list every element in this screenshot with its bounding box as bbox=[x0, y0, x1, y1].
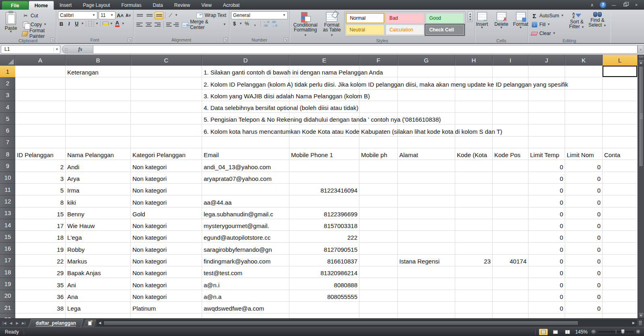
cell-C10[interactable]: Non kategori bbox=[131, 172, 202, 184]
row-header-1[interactable]: 1 bbox=[0, 66, 15, 77]
cell-J9[interactable]: 0 bbox=[528, 160, 565, 172]
cell-B2[interactable] bbox=[66, 77, 131, 89]
tab-page-layout[interactable]: Page Layout bbox=[77, 1, 116, 10]
cell-C9[interactable]: Non kategori bbox=[131, 160, 202, 172]
scroll-down-icon[interactable]: ▼ bbox=[638, 312, 644, 318]
comma-format-button[interactable]: , bbox=[252, 21, 258, 27]
font-family-select[interactable]: Calibri▼ bbox=[58, 11, 97, 19]
cell-A22[interactable]: 39 bbox=[15, 313, 66, 318]
insert-cells-button[interactable]: ← Insert▼ bbox=[473, 11, 491, 38]
cell-G19[interactable] bbox=[398, 278, 455, 290]
cell-C16[interactable]: Non kategori bbox=[131, 243, 202, 254]
column-header-F[interactable]: F bbox=[359, 55, 398, 66]
cell-K15[interactable]: 0 bbox=[565, 231, 603, 243]
cell-C3[interactable] bbox=[131, 89, 202, 101]
close-button[interactable]: × bbox=[633, 2, 640, 7]
cell-D7[interactable] bbox=[202, 137, 289, 148]
cell-C20[interactable]: Non kategori bbox=[131, 290, 202, 302]
cell-J11[interactable]: 0 bbox=[528, 184, 565, 195]
fill-button[interactable]: ↓Fill▼ bbox=[530, 21, 567, 29]
cell-E21[interactable] bbox=[289, 302, 359, 313]
cell-A16[interactable]: 19 bbox=[15, 243, 66, 254]
cell-E18[interactable]: 81320986214 bbox=[289, 266, 359, 278]
align-middle-button[interactable] bbox=[145, 12, 154, 19]
row-header-2[interactable]: 2 bbox=[0, 77, 15, 89]
column-header-I[interactable]: I bbox=[493, 55, 528, 66]
cell-D21[interactable]: awqdswedfwe@a.com bbox=[202, 302, 289, 313]
cell-G9[interactable] bbox=[398, 160, 455, 172]
cell-E8[interactable]: Mobile Phone 1 bbox=[289, 148, 359, 160]
cell-G4[interactable] bbox=[398, 101, 455, 113]
cell-G8[interactable]: Alamat bbox=[398, 148, 455, 160]
cell-E22[interactable] bbox=[289, 313, 359, 318]
horizontal-scrollbar[interactable]: ◀ ▶ bbox=[97, 320, 637, 326]
cell-E20[interactable]: 808055555 bbox=[289, 290, 359, 302]
cell-G13[interactable] bbox=[398, 207, 455, 219]
shrink-font-button[interactable]: A˅ bbox=[125, 12, 132, 19]
cell-I19[interactable] bbox=[493, 278, 528, 290]
zoom-slider-thumb[interactable] bbox=[621, 329, 625, 334]
cell-D16[interactable]: saragirobbyfernando@gn bbox=[202, 243, 289, 254]
cell-F8[interactable]: Mobile ph bbox=[359, 148, 398, 160]
cell-A1[interactable] bbox=[15, 66, 66, 77]
grow-font-button[interactable]: A˄ bbox=[117, 12, 124, 19]
cell-A9[interactable]: 2 bbox=[15, 160, 66, 172]
cell-B3[interactable] bbox=[66, 89, 131, 101]
clipboard-dialog-launcher[interactable]: ↘ bbox=[50, 37, 55, 42]
style-good[interactable]: Good bbox=[425, 13, 464, 23]
cell-K22[interactable]: 0 bbox=[565, 313, 603, 318]
cell-B7[interactable] bbox=[66, 137, 131, 148]
cell-F10[interactable] bbox=[359, 172, 398, 184]
name-box[interactable]: L1 ▼ bbox=[1, 45, 60, 54]
cell-E12[interactable] bbox=[289, 195, 359, 207]
cell-F18[interactable] bbox=[359, 266, 398, 278]
cell-E16[interactable]: 8127090515 bbox=[289, 243, 359, 254]
cell-I7[interactable] bbox=[493, 137, 528, 148]
cell-L2[interactable] bbox=[603, 77, 638, 89]
cell-L15[interactable] bbox=[603, 231, 638, 243]
scroll-right-icon[interactable]: ▶ bbox=[631, 321, 636, 325]
vertical-scroll-thumb[interactable] bbox=[639, 66, 644, 167]
row-header-3[interactable]: 3 bbox=[0, 89, 15, 101]
cell-I22[interactable] bbox=[493, 313, 528, 318]
style-bad[interactable]: Bad bbox=[386, 13, 424, 23]
cell-K2[interactable] bbox=[565, 77, 603, 89]
cell-H20[interactable] bbox=[455, 290, 493, 302]
cell-L9[interactable] bbox=[603, 160, 638, 172]
cell-E19[interactable]: 8080888 bbox=[289, 278, 359, 290]
format-cells-button[interactable]: ▦ Format▼ bbox=[512, 11, 530, 38]
italic-button[interactable]: I bbox=[66, 21, 72, 27]
cell-K18[interactable]: 0 bbox=[565, 266, 603, 278]
decrease-decimal-button[interactable]: .00→.0 bbox=[271, 21, 278, 27]
cell-J22[interactable]: 0 bbox=[528, 313, 565, 318]
row-header-14[interactable]: 14 bbox=[0, 219, 15, 231]
cell-H17[interactable]: 23 bbox=[455, 255, 493, 266]
vertical-scrollbar[interactable]: ▲ ▼ bbox=[638, 55, 644, 318]
cell-L3[interactable] bbox=[603, 89, 638, 101]
cell-I17[interactable]: 40174 bbox=[493, 255, 528, 266]
cell-C14[interactable]: Non kategori bbox=[131, 219, 202, 231]
cell-C13[interactable]: Gold bbox=[131, 207, 202, 219]
cell-C6[interactable] bbox=[131, 124, 202, 136]
zoom-level[interactable]: 145% bbox=[575, 329, 588, 335]
cell-J17[interactable]: 0 bbox=[528, 255, 565, 266]
style-calculation[interactable]: Calculation bbox=[386, 25, 424, 35]
align-bottom-button[interactable] bbox=[155, 12, 163, 19]
cell-J4[interactable] bbox=[528, 101, 565, 113]
cell-J15[interactable]: 0 bbox=[528, 231, 565, 243]
styles-gallery-scrollbar[interactable]: ▲▼▼ bbox=[467, 11, 473, 22]
cell-B16[interactable]: Robby bbox=[66, 243, 131, 254]
cell-B20[interactable]: Ana bbox=[66, 290, 131, 302]
page-break-view-button[interactable] bbox=[563, 329, 572, 335]
cell-F4[interactable] bbox=[359, 101, 398, 113]
column-header-J[interactable]: J bbox=[528, 55, 565, 66]
cell-J5[interactable] bbox=[528, 113, 565, 124]
cell-C7[interactable] bbox=[131, 137, 202, 148]
find-select-button[interactable]: Find &Select ▼ bbox=[587, 11, 608, 38]
cell-B10[interactable]: Arya bbox=[66, 172, 131, 184]
cell-I4[interactable] bbox=[493, 101, 528, 113]
paste-button[interactable]: Paste▼ bbox=[2, 11, 20, 38]
cell-E10[interactable] bbox=[289, 172, 359, 184]
cell-C5[interactable] bbox=[131, 113, 202, 124]
sort-filter-button[interactable]: AZ Sort &Filter ▼ bbox=[568, 11, 586, 38]
